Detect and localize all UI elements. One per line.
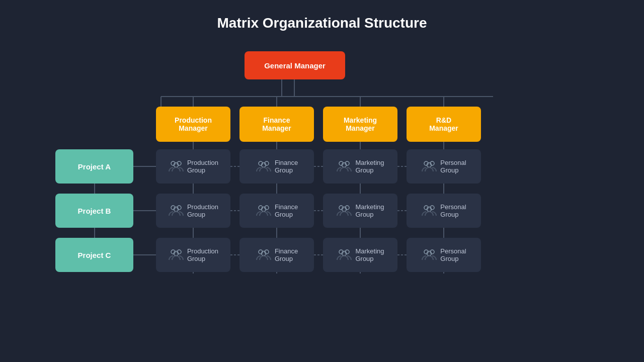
group-a-finance: Finance Group bbox=[239, 149, 314, 184]
gm-box: General Manager bbox=[245, 51, 345, 79]
manager-production: Production Manager bbox=[156, 107, 230, 142]
project-c: Project C bbox=[55, 238, 133, 272]
manager-finance: Finance Manager bbox=[239, 107, 314, 142]
project-b: Project B bbox=[55, 194, 133, 228]
group-icon bbox=[168, 203, 184, 219]
project-a: Project A bbox=[55, 149, 133, 184]
group-c-personal: Personal Group bbox=[407, 238, 481, 272]
group-a-production: Production Group bbox=[156, 149, 230, 184]
group-icon bbox=[421, 159, 437, 174]
group-c-production: Production Group bbox=[156, 238, 230, 272]
group-icon bbox=[168, 247, 184, 263]
group-icon bbox=[336, 159, 352, 174]
group-c-finance: Finance Group bbox=[239, 238, 314, 272]
group-icon bbox=[168, 159, 184, 174]
group-icon bbox=[336, 247, 352, 263]
group-icon bbox=[421, 203, 437, 219]
manager-rd: R&D Manager bbox=[407, 107, 481, 142]
group-c-marketing: Marketing Group bbox=[323, 238, 397, 272]
group-icon bbox=[421, 247, 437, 263]
manager-marketing: Marketing Manager bbox=[323, 107, 397, 142]
connector-lines bbox=[55, 51, 589, 308]
group-b-personal: Personal Group bbox=[407, 194, 481, 228]
group-b-production: Production Group bbox=[156, 194, 230, 228]
group-icon bbox=[256, 159, 272, 174]
group-icon bbox=[336, 203, 352, 219]
group-icon bbox=[256, 203, 272, 219]
group-b-marketing: Marketing Group bbox=[323, 194, 397, 228]
group-b-finance: Finance Group bbox=[239, 194, 314, 228]
group-a-marketing: Marketing Group bbox=[323, 149, 397, 184]
group-icon bbox=[256, 247, 272, 263]
page: Matrix Organizational Structure bbox=[0, 0, 644, 362]
page-title: Matrix Organizational Structure bbox=[217, 15, 427, 31]
group-a-personal: Personal Group bbox=[407, 149, 481, 184]
